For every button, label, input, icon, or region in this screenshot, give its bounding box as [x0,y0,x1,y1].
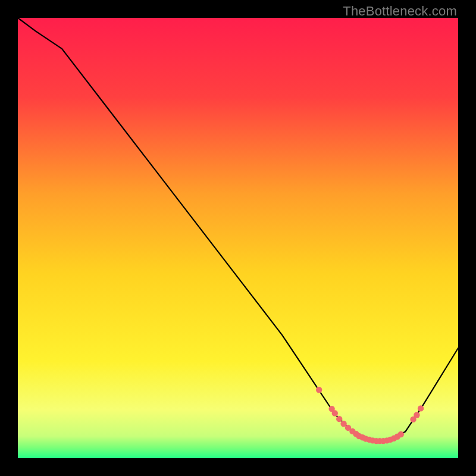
data-dot [316,387,322,393]
chart-background [18,18,458,458]
data-dot [414,412,419,418]
data-dot [336,416,342,422]
data-dot [398,431,404,437]
watermark-text: TheBottleneck.com [343,4,457,19]
data-dot [332,410,338,416]
data-dot [418,405,424,411]
bottleneck-chart [18,18,458,458]
